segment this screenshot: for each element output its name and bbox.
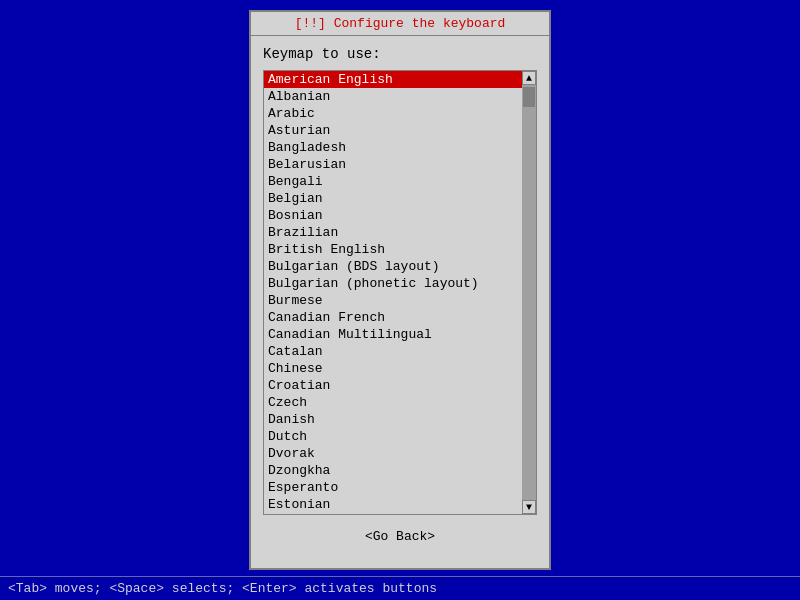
list-item[interactable]: Czech [264,394,522,411]
list-item[interactable]: Chinese [264,360,522,377]
list-item[interactable]: Canadian French [264,309,522,326]
status-bar: <Tab> moves; <Space> selects; <Enter> ac… [0,576,800,600]
list-item[interactable]: Dutch [264,428,522,445]
scroll-thumb[interactable] [523,87,535,107]
list-item[interactable]: Bosnian [264,207,522,224]
go-back-container: <Go Back> [263,515,537,552]
list-container: American EnglishAlbanianArabicAsturianBa… [263,70,537,515]
scrollbar[interactable]: ▲ ▼ [522,71,536,514]
list-item[interactable]: Bulgarian (BDS layout) [264,258,522,275]
list-item[interactable]: Estonian [264,496,522,513]
list-item[interactable]: Esperanto [264,479,522,496]
list-item[interactable]: Brazilian [264,224,522,241]
list-item[interactable]: Belgian [264,190,522,207]
list-item[interactable]: Albanian [264,88,522,105]
list-item[interactable]: Catalan [264,343,522,360]
status-text: <Tab> moves; <Space> selects; <Enter> ac… [8,581,437,596]
list-item[interactable]: Bulgarian (phonetic layout) [264,275,522,292]
configure-keyboard-dialog: [!!] Configure the keyboard Keymap to us… [249,10,551,570]
list-item[interactable]: Dzongkha [264,462,522,479]
list-item[interactable]: Dvorak [264,445,522,462]
keymap-label: Keymap to use: [263,46,537,62]
list-item[interactable]: Asturian [264,122,522,139]
title-text: [!!] Configure the keyboard [295,16,506,31]
scroll-down-button[interactable]: ▼ [522,500,536,514]
keymap-list[interactable]: American EnglishAlbanianArabicAsturianBa… [264,71,522,514]
list-item[interactable]: Croatian [264,377,522,394]
list-item[interactable]: Bangladesh [264,139,522,156]
list-item[interactable]: Arabic [264,105,522,122]
dialog-title: [!!] Configure the keyboard [251,12,549,36]
list-item[interactable]: Canadian Multilingual [264,326,522,343]
go-back-button[interactable]: <Go Back> [357,527,443,546]
scroll-up-button[interactable]: ▲ [522,71,536,85]
list-item[interactable]: Bengali [264,173,522,190]
list-item[interactable]: Burmese [264,292,522,309]
list-item[interactable]: Belarusian [264,156,522,173]
list-item[interactable]: Danish [264,411,522,428]
list-item[interactable]: British English [264,241,522,258]
list-item[interactable]: American English [264,71,522,88]
dialog-body: Keymap to use: American EnglishAlbanianA… [251,36,549,562]
